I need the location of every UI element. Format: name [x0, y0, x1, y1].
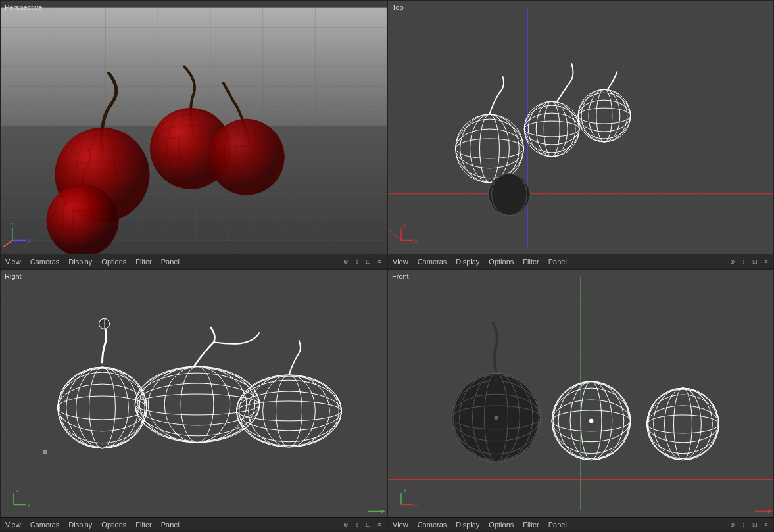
- right-cameras-menu[interactable]: Cameras: [28, 520, 62, 530]
- top-filter-menu[interactable]: Filter: [521, 256, 541, 267]
- svg-text:-Y: -Y: [388, 229, 393, 235]
- svg-text:Y: Y: [11, 222, 14, 228]
- right-settings-icon[interactable]: ≡: [375, 520, 384, 529]
- right-toolbar-icons: ⊕ ↕ ⊡ ≡: [341, 520, 384, 529]
- front-cameras-menu[interactable]: Cameras: [416, 520, 449, 530]
- top-toolbar: View Cameras Display Options Filter Pane…: [388, 254, 773, 268]
- top-view-menu[interactable]: View: [391, 256, 410, 267]
- top-scene: X -Y Z: [388, 1, 773, 268]
- svg-text:Z: Z: [1, 247, 1, 253]
- front-maximize-icon[interactable]: ⊡: [750, 520, 760, 529]
- front-scene: X Y: [388, 270, 773, 531]
- svg-point-235: [589, 419, 593, 423]
- right-view-menu[interactable]: View: [3, 520, 23, 530]
- front-toolbar: View Cameras Display Options Filter Pane…: [388, 517, 773, 531]
- top-zoom-icon[interactable]: ↕: [739, 257, 748, 266]
- perspective-settings-icon[interactable]: ≡: [375, 257, 384, 266]
- front-filter-menu[interactable]: Filter: [521, 520, 541, 530]
- right-toolbar: View Cameras Display Options Filter Pane…: [1, 517, 387, 531]
- front-settings-icon[interactable]: ≡: [762, 520, 771, 529]
- svg-text:Y: Y: [27, 502, 31, 508]
- top-cameras-menu[interactable]: Cameras: [416, 256, 449, 267]
- svg-point-225: [494, 416, 498, 420]
- right-panel-menu[interactable]: Panel: [159, 520, 181, 530]
- svg-text:X: X: [27, 238, 31, 244]
- perspective-view-menu[interactable]: View: [3, 256, 23, 267]
- perspective-maximize-icon[interactable]: ⊡: [364, 257, 373, 266]
- svg-point-62: [47, 185, 119, 257]
- top-options-menu[interactable]: Options: [487, 256, 516, 267]
- perspective-panel-menu[interactable]: Panel: [159, 256, 181, 267]
- right-maximize-icon[interactable]: ⊡: [364, 520, 373, 529]
- perspective-toolbar: View Cameras Display Options Filter Pane…: [1, 254, 387, 268]
- svg-text:X: X: [414, 502, 418, 508]
- right-scene: Y Z: [1, 270, 387, 531]
- right-zoom-icon[interactable]: ↕: [352, 520, 362, 529]
- perspective-move-icon[interactable]: ⊕: [341, 257, 351, 266]
- svg-rect-77: [388, 8, 773, 262]
- top-maximize-icon[interactable]: ⊡: [750, 257, 760, 266]
- perspective-toolbar-icons: ⊕ ↕ ⊡ ≡: [341, 257, 384, 266]
- front-zoom-icon[interactable]: ↕: [739, 520, 748, 529]
- svg-text:X: X: [414, 238, 418, 244]
- perspective-filter-menu[interactable]: Filter: [133, 256, 153, 267]
- top-settings-icon[interactable]: ≡: [762, 257, 771, 266]
- svg-point-186: [43, 450, 47, 454]
- viewport-top[interactable]: Top: [387, 0, 774, 269]
- viewport-grid: Perspective: [0, 0, 774, 532]
- right-move-icon[interactable]: ⊕: [341, 520, 351, 529]
- front-view-menu[interactable]: View: [391, 520, 410, 530]
- perspective-options-menu[interactable]: Options: [99, 256, 128, 267]
- svg-text:Y: Y: [403, 487, 407, 493]
- perspective-cameras-menu[interactable]: Cameras: [28, 256, 62, 267]
- top-panel-menu[interactable]: Panel: [546, 256, 569, 267]
- front-display-menu[interactable]: Display: [454, 520, 481, 530]
- viewport-perspective[interactable]: Perspective: [0, 0, 387, 269]
- right-options-menu[interactable]: Options: [99, 520, 128, 530]
- perspective-display-menu[interactable]: Display: [66, 256, 94, 267]
- svg-point-129: [491, 174, 527, 216]
- front-toolbar-icons: ⊕ ↕ ⊡ ≡: [728, 520, 771, 529]
- front-move-icon[interactable]: ⊕: [728, 520, 737, 529]
- top-display-menu[interactable]: Display: [454, 256, 481, 267]
- front-panel-menu[interactable]: Panel: [546, 520, 569, 530]
- svg-text:Z: Z: [16, 487, 19, 493]
- right-filter-menu[interactable]: Filter: [133, 520, 153, 530]
- viewport-front[interactable]: Front: [387, 269, 774, 532]
- perspective-scene: X Y Z: [1, 1, 387, 268]
- front-options-menu[interactable]: Options: [487, 520, 516, 530]
- right-display-menu[interactable]: Display: [66, 520, 94, 530]
- perspective-zoom-icon[interactable]: ↕: [352, 257, 362, 266]
- top-toolbar-icons: ⊕ ↕ ⊡ ≡: [728, 257, 771, 266]
- viewport-right[interactable]: Right: [0, 269, 387, 532]
- svg-text:Z: Z: [403, 223, 406, 229]
- top-move-icon[interactable]: ⊕: [728, 257, 737, 266]
